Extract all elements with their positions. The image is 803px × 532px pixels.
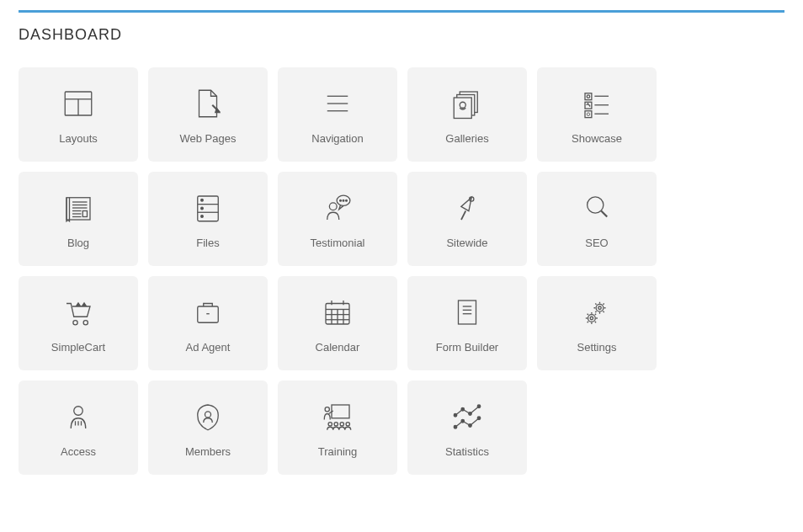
svg-point-73 bbox=[461, 407, 465, 411]
tile-testimonial[interactable]: Testimonial bbox=[278, 172, 397, 266]
web-pages-icon bbox=[189, 85, 226, 122]
svg-rect-65 bbox=[332, 405, 349, 418]
tile-seo[interactable]: SEO bbox=[537, 172, 657, 266]
svg-point-37 bbox=[346, 200, 348, 201]
svg-point-43 bbox=[83, 320, 88, 324]
svg-point-30 bbox=[201, 199, 204, 201]
tile-calendar[interactable]: Calendar bbox=[278, 276, 397, 370]
calendar-icon bbox=[319, 294, 356, 331]
svg-point-60 bbox=[598, 306, 602, 310]
svg-point-36 bbox=[343, 200, 344, 201]
tile-layouts[interactable]: Layouts bbox=[19, 67, 138, 162]
tile-ad-agent[interactable]: Ad Agent bbox=[148, 276, 268, 370]
svg-point-68 bbox=[328, 422, 332, 425]
svg-point-32 bbox=[201, 215, 204, 217]
tile-label: Blog bbox=[67, 237, 89, 249]
ad-agent-icon bbox=[189, 294, 226, 331]
seo-icon bbox=[578, 189, 615, 226]
tile-label: Sitewide bbox=[446, 237, 487, 249]
tile-web-pages[interactable]: Web Pages bbox=[148, 67, 268, 162]
members-icon bbox=[189, 398, 226, 435]
tile-label: Web Pages bbox=[180, 132, 237, 145]
tile-label: SEO bbox=[585, 237, 608, 249]
page-title: DASHBOARD bbox=[19, 26, 784, 44]
svg-point-59 bbox=[596, 304, 604, 311]
form-builder-icon bbox=[449, 294, 486, 331]
tile-members[interactable]: Members bbox=[148, 380, 268, 475]
tile-label: Showcase bbox=[572, 132, 622, 145]
tile-label: Testimonial bbox=[310, 237, 364, 249]
tile-settings[interactable]: Settings bbox=[537, 276, 657, 370]
navigation-icon bbox=[319, 85, 356, 122]
svg-point-75 bbox=[477, 405, 481, 408]
svg-point-72 bbox=[454, 413, 457, 417]
svg-point-64 bbox=[205, 411, 211, 417]
svg-point-62 bbox=[590, 317, 593, 320]
accent-divider bbox=[19, 10, 784, 13]
tile-label: Training bbox=[318, 445, 357, 458]
svg-point-15 bbox=[587, 112, 590, 115]
svg-line-41 bbox=[601, 210, 607, 216]
svg-point-61 bbox=[588, 314, 596, 322]
tile-label: Settings bbox=[577, 341, 617, 354]
svg-point-35 bbox=[340, 200, 342, 201]
tile-label: Statistics bbox=[445, 445, 489, 458]
svg-rect-13 bbox=[585, 110, 592, 117]
svg-point-42 bbox=[73, 320, 77, 324]
layouts-icon bbox=[60, 85, 97, 122]
tile-statistics[interactable]: Statistics bbox=[407, 380, 527, 475]
svg-rect-55 bbox=[459, 301, 476, 324]
showcase-icon bbox=[578, 85, 615, 122]
svg-point-40 bbox=[588, 196, 604, 212]
svg-point-71 bbox=[346, 422, 349, 425]
svg-point-69 bbox=[334, 422, 338, 425]
svg-point-33 bbox=[329, 202, 337, 210]
svg-point-77 bbox=[461, 419, 465, 423]
blog-icon bbox=[60, 189, 97, 226]
tile-showcase[interactable]: Showcase bbox=[537, 67, 657, 162]
tile-label: Navigation bbox=[311, 132, 363, 145]
svg-rect-44 bbox=[198, 306, 219, 322]
sitewide-icon bbox=[449, 189, 486, 226]
tile-access[interactable]: Access bbox=[19, 380, 138, 475]
tile-label: Calendar bbox=[316, 341, 360, 354]
simplecart-icon bbox=[60, 294, 97, 331]
svg-point-78 bbox=[469, 423, 472, 427]
statistics-icon bbox=[449, 398, 486, 435]
files-icon bbox=[189, 189, 226, 226]
svg-rect-12 bbox=[585, 102, 592, 109]
svg-point-63 bbox=[74, 406, 83, 415]
tile-label: Layouts bbox=[59, 132, 98, 145]
svg-point-70 bbox=[340, 422, 343, 425]
svg-line-67 bbox=[329, 411, 333, 414]
access-icon bbox=[60, 398, 97, 435]
tile-label: Files bbox=[196, 237, 219, 249]
tile-label: Ad Agent bbox=[186, 341, 231, 354]
svg-point-66 bbox=[325, 407, 329, 411]
svg-rect-26 bbox=[82, 210, 87, 216]
dashboard-grid: Layouts Web Pages Navigat bbox=[19, 67, 784, 475]
tile-simplecart[interactable]: SimpleCart bbox=[19, 276, 138, 370]
tile-blog[interactable]: Blog bbox=[19, 172, 138, 266]
tile-files[interactable]: Files bbox=[148, 172, 268, 266]
svg-point-74 bbox=[469, 412, 472, 415]
settings-icon bbox=[578, 294, 615, 331]
training-icon bbox=[319, 398, 356, 435]
tile-navigation[interactable]: Navigation bbox=[278, 67, 397, 162]
svg-point-31 bbox=[201, 207, 204, 210]
svg-point-76 bbox=[454, 425, 457, 428]
tile-training[interactable]: Training bbox=[278, 380, 397, 475]
tile-sitewide[interactable]: Sitewide bbox=[407, 172, 527, 266]
svg-line-39 bbox=[461, 210, 465, 220]
svg-point-79 bbox=[477, 417, 481, 420]
tile-label: Members bbox=[185, 445, 231, 458]
galleries-icon bbox=[449, 85, 486, 122]
tile-form-builder[interactable]: Form Builder bbox=[407, 276, 527, 370]
testimonial-icon bbox=[319, 189, 356, 226]
tile-galleries[interactable]: Galleries bbox=[407, 67, 527, 162]
svg-rect-11 bbox=[585, 93, 592, 99]
svg-point-14 bbox=[587, 94, 590, 98]
tile-label: Form Builder bbox=[436, 341, 498, 354]
tile-label: Access bbox=[61, 445, 96, 458]
tile-label: SimpleCart bbox=[51, 341, 105, 354]
